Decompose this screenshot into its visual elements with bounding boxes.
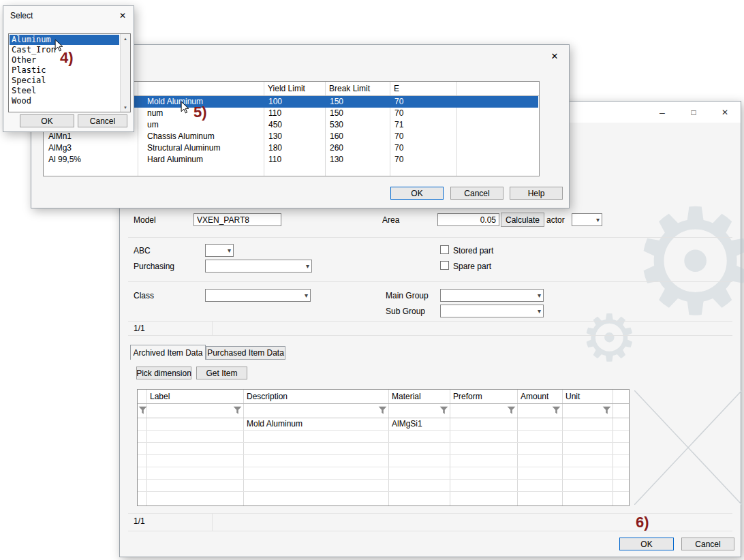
header-yield-limit[interactable]: Yield Limit — [268, 84, 305, 93]
grid-header-description[interactable]: Description — [247, 392, 288, 401]
abc-label: ABC — [134, 246, 151, 255]
cell-break: 150 — [330, 108, 343, 118]
separator — [128, 321, 732, 322]
caption-buttons: – □ ✕ — [647, 102, 741, 123]
abc-combobox[interactable]: ▾ — [205, 244, 234, 257]
listbox-scrollbar[interactable]: ▲ ▼ — [120, 34, 130, 112]
cell-code: Al 99,5% — [48, 155, 81, 164]
model-label: Model — [134, 215, 156, 225]
gear-watermark-icon: ⚙ — [630, 189, 744, 335]
chevron-down-icon: ▾ — [596, 216, 600, 223]
maximize-button[interactable]: □ — [678, 102, 709, 123]
list-item[interactable]: Wood — [10, 96, 119, 106]
tab-archived-item-data[interactable]: Archived Item Data — [130, 345, 206, 360]
material-cancel-button[interactable]: Cancel — [450, 187, 503, 200]
page-indicator-top: 1/1 — [134, 324, 145, 333]
header-break-limit[interactable]: Break Limit — [329, 84, 370, 93]
material-category-listbox: Aluminum Cast_Iron Other Plastic Special… — [8, 33, 131, 112]
filter-icon[interactable] — [602, 406, 611, 415]
filter-icon[interactable] — [507, 406, 516, 415]
area-label: Area — [382, 215, 399, 225]
list-item[interactable]: Aluminum — [10, 35, 119, 45]
list-item[interactable]: Special — [10, 76, 119, 86]
pick-dimension-button[interactable]: Pick dimension — [136, 367, 191, 379]
filter-icon[interactable] — [439, 406, 448, 415]
separator — [212, 321, 213, 335]
cell-break: 130 — [330, 155, 343, 164]
grid-line — [138, 430, 629, 431]
cell-e: 70 — [394, 143, 403, 153]
cell-break: 530 — [330, 120, 343, 129]
class-combobox[interactable]: ▾ — [205, 289, 311, 302]
cell-code: AlMn1 — [48, 131, 72, 141]
cell-break: 160 — [330, 131, 343, 141]
close-button[interactable]: ✕ — [709, 102, 741, 123]
purchasing-combobox[interactable]: ▾ — [205, 260, 312, 273]
cell-e: 70 — [394, 97, 403, 106]
filter-icon[interactable] — [233, 406, 242, 415]
cell-description: Hard Aluminum — [147, 155, 203, 164]
grid-line — [517, 390, 518, 505]
minimize-icon: – — [660, 107, 665, 118]
item-grid: Label Description Material Preform Amoun… — [137, 389, 630, 506]
purchasing-label: Purchasing — [134, 262, 174, 271]
cell-yield: 110 — [268, 155, 281, 164]
material-row[interactable]: AlMg3 Structural Aluminum 180 260 70 — [44, 142, 538, 154]
spare-part-label: Spare part — [453, 262, 491, 271]
cell-yield: 100 — [268, 97, 282, 106]
select-cancel-button[interactable]: Cancel — [78, 114, 127, 127]
class-label: Class — [134, 291, 154, 300]
grid-line — [138, 491, 629, 492]
grid-header-material[interactable]: Material — [392, 392, 421, 401]
grid-header-unit[interactable]: Unit — [565, 392, 580, 401]
list-item[interactable]: Plastic — [10, 65, 119, 76]
select-ok-button[interactable]: OK — [20, 114, 74, 127]
grid-cell-description: Mold Aluminum — [247, 419, 303, 429]
close-icon: ✕ — [722, 108, 728, 117]
separator — [128, 281, 732, 282]
get-item-button[interactable]: Get Item — [196, 367, 247, 379]
grid-line — [138, 467, 629, 467]
tab-label: Archived Item Data — [133, 348, 202, 358]
tab-purchased-item-data[interactable]: Purchased Item Data — [206, 346, 285, 360]
scroll-down-icon[interactable]: ▼ — [121, 103, 130, 112]
grid-header-preform[interactable]: Preform — [453, 392, 482, 401]
ok-button[interactable]: OK — [619, 538, 674, 550]
model-input[interactable] — [193, 213, 281, 226]
grid-header-label[interactable]: Label — [150, 392, 170, 401]
material-row[interactable]: Al 99,5% Hard Aluminum 110 130 70 — [44, 154, 538, 166]
calculate-button[interactable]: Calculate — [501, 213, 544, 227]
filter-icon[interactable] — [138, 406, 147, 415]
separator — [212, 513, 213, 531]
cell-description: num — [147, 108, 163, 118]
chevron-down-icon: ▾ — [538, 292, 541, 298]
cell-description: um — [147, 120, 159, 129]
scroll-up-icon[interactable]: ▲ — [121, 34, 130, 43]
select-dialog-close-button[interactable]: ✕ — [117, 10, 128, 21]
minimize-button[interactable]: – — [647, 102, 678, 123]
chevron-down-icon: ▾ — [538, 307, 541, 314]
material-help-button[interactable]: Help — [510, 187, 563, 200]
grid-line — [613, 390, 613, 505]
filter-icon[interactable] — [378, 406, 387, 415]
material-ok-button[interactable]: OK — [390, 187, 444, 200]
main-group-combobox[interactable]: ▾ — [440, 289, 544, 302]
sub-group-combobox[interactable]: ▾ — [440, 305, 544, 317]
cell-description: Structural Aluminum — [147, 143, 220, 153]
header-e[interactable]: E — [394, 84, 399, 93]
spare-part-checkbox[interactable] — [440, 261, 449, 270]
filter-icon[interactable] — [552, 406, 561, 415]
grid-row[interactable]: Mold Aluminum AlMgSi1 — [138, 418, 629, 430]
factor-combobox[interactable]: ▾ — [572, 213, 602, 226]
cell-break: 150 — [330, 97, 343, 106]
gear-watermark-small-icon: ⚙ — [580, 306, 638, 371]
material-row[interactable]: AlMn1 Chassis Aluminum 130 160 70 — [44, 131, 538, 142]
area-input[interactable] — [437, 213, 499, 226]
step-5-annotation: 5) — [193, 104, 207, 121]
cell-e: 70 — [394, 155, 403, 164]
cancel-button[interactable]: Cancel — [681, 538, 734, 550]
grid-header-amount[interactable]: Amount — [521, 392, 548, 401]
material-dialog-close-button[interactable]: ✕ — [548, 50, 561, 62]
stored-part-checkbox[interactable] — [440, 245, 449, 254]
list-item[interactable]: Steel — [10, 86, 119, 96]
